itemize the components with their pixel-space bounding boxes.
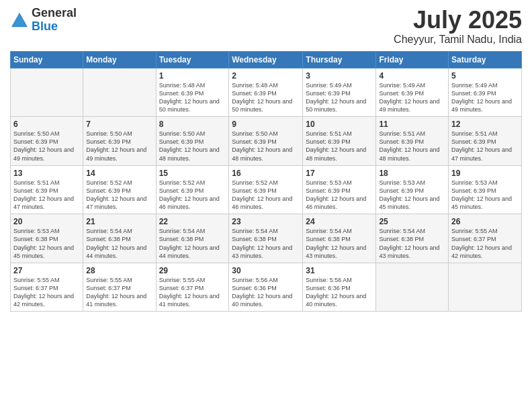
- calendar-cell: 8Sunrise: 5:50 AM Sunset: 6:39 PM Daylig…: [156, 117, 229, 166]
- day-info: Sunrise: 5:49 AM Sunset: 6:39 PM Dayligh…: [379, 81, 445, 114]
- calendar-cell: 23Sunrise: 5:54 AM Sunset: 6:38 PM Dayli…: [229, 214, 303, 263]
- calendar-cell: 15Sunrise: 5:52 AM Sunset: 6:39 PM Dayli…: [156, 165, 229, 214]
- calendar-cell: 10Sunrise: 5:51 AM Sunset: 6:39 PM Dayli…: [303, 117, 376, 166]
- day-info: Sunrise: 5:56 AM Sunset: 6:36 PM Dayligh…: [232, 276, 300, 309]
- day-info: Sunrise: 5:55 AM Sunset: 6:37 PM Dayligh…: [159, 276, 226, 309]
- month-title: July 2025: [394, 7, 522, 34]
- calendar-week-row: 6Sunrise: 5:50 AM Sunset: 6:39 PM Daylig…: [11, 117, 522, 166]
- calendar-cell: 14Sunrise: 5:52 AM Sunset: 6:39 PM Dayli…: [83, 165, 156, 214]
- day-number: 25: [379, 217, 445, 226]
- day-info: Sunrise: 5:51 AM Sunset: 6:39 PM Dayligh…: [306, 130, 373, 163]
- day-number: 23: [232, 217, 300, 226]
- calendar-cell: 7Sunrise: 5:50 AM Sunset: 6:39 PM Daylig…: [83, 117, 156, 166]
- day-info: Sunrise: 5:52 AM Sunset: 6:39 PM Dayligh…: [232, 179, 300, 212]
- day-number: 8: [159, 120, 226, 129]
- day-number: 21: [86, 217, 152, 226]
- calendar-cell: 2Sunrise: 5:48 AM Sunset: 6:39 PM Daylig…: [229, 68, 303, 117]
- day-info: Sunrise: 5:55 AM Sunset: 6:37 PM Dayligh…: [13, 276, 80, 309]
- day-number: 24: [306, 217, 373, 226]
- day-number: 7: [86, 120, 152, 129]
- calendar-cell: 1Sunrise: 5:48 AM Sunset: 6:39 PM Daylig…: [156, 68, 229, 117]
- day-info: Sunrise: 5:54 AM Sunset: 6:38 PM Dayligh…: [379, 227, 445, 260]
- day-info: Sunrise: 5:55 AM Sunset: 6:37 PM Dayligh…: [451, 227, 519, 260]
- day-info: Sunrise: 5:53 AM Sunset: 6:39 PM Dayligh…: [451, 179, 519, 212]
- day-number: 9: [232, 120, 300, 129]
- calendar-cell: [11, 68, 83, 117]
- day-info: Sunrise: 5:51 AM Sunset: 6:39 PM Dayligh…: [451, 130, 519, 163]
- calendar-cell: 12Sunrise: 5:51 AM Sunset: 6:39 PM Dayli…: [449, 117, 522, 166]
- day-number: 15: [159, 169, 226, 178]
- calendar-week-row: 27Sunrise: 5:55 AM Sunset: 6:37 PM Dayli…: [11, 263, 522, 312]
- day-info: Sunrise: 5:54 AM Sunset: 6:38 PM Dayligh…: [86, 227, 152, 260]
- day-info: Sunrise: 5:56 AM Sunset: 6:36 PM Dayligh…: [306, 276, 373, 309]
- day-info: Sunrise: 5:50 AM Sunset: 6:39 PM Dayligh…: [13, 130, 80, 163]
- day-number: 4: [379, 71, 445, 81]
- day-number: 19: [451, 169, 519, 178]
- day-info: Sunrise: 5:50 AM Sunset: 6:39 PM Dayligh…: [232, 130, 300, 163]
- calendar-week-row: 1Sunrise: 5:48 AM Sunset: 6:39 PM Daylig…: [11, 68, 522, 117]
- day-number: 26: [451, 217, 519, 226]
- day-info: Sunrise: 5:54 AM Sunset: 6:38 PM Dayligh…: [306, 227, 373, 260]
- logo-text: General Blue: [32, 7, 77, 34]
- calendar-cell: [376, 263, 449, 312]
- title-block: July 2025 Cheyyur, Tamil Nadu, India: [394, 7, 522, 46]
- calendar-cell: 13Sunrise: 5:51 AM Sunset: 6:39 PM Dayli…: [11, 165, 83, 214]
- day-number: 1: [159, 71, 226, 81]
- calendar-header-thursday: Thursday: [303, 51, 376, 68]
- calendar-cell: 27Sunrise: 5:55 AM Sunset: 6:37 PM Dayli…: [11, 263, 83, 312]
- calendar-header-saturday: Saturday: [449, 51, 522, 68]
- calendar-cell: 9Sunrise: 5:50 AM Sunset: 6:39 PM Daylig…: [229, 117, 303, 166]
- calendar-cell: 30Sunrise: 5:56 AM Sunset: 6:36 PM Dayli…: [229, 263, 303, 312]
- day-info: Sunrise: 5:52 AM Sunset: 6:39 PM Dayligh…: [86, 179, 152, 212]
- calendar-cell: 22Sunrise: 5:54 AM Sunset: 6:38 PM Dayli…: [156, 214, 229, 263]
- day-number: 16: [232, 169, 300, 178]
- calendar-cell: 16Sunrise: 5:52 AM Sunset: 6:39 PM Dayli…: [229, 165, 303, 214]
- day-info: Sunrise: 5:52 AM Sunset: 6:39 PM Dayligh…: [159, 179, 226, 212]
- day-info: Sunrise: 5:51 AM Sunset: 6:39 PM Dayligh…: [379, 130, 445, 163]
- day-number: 3: [306, 71, 373, 81]
- calendar-header-tuesday: Tuesday: [156, 51, 229, 68]
- day-number: 22: [159, 217, 226, 226]
- day-number: 12: [451, 120, 519, 129]
- calendar-header-monday: Monday: [83, 51, 156, 68]
- calendar-cell: 21Sunrise: 5:54 AM Sunset: 6:38 PM Dayli…: [83, 214, 156, 263]
- day-number: 2: [232, 71, 300, 81]
- calendar-cell: 31Sunrise: 5:56 AM Sunset: 6:36 PM Dayli…: [303, 263, 376, 312]
- day-number: 31: [306, 266, 373, 275]
- day-info: Sunrise: 5:54 AM Sunset: 6:38 PM Dayligh…: [159, 227, 226, 260]
- logo-blue-text: Blue: [32, 20, 77, 34]
- calendar-cell: 29Sunrise: 5:55 AM Sunset: 6:37 PM Dayli…: [156, 263, 229, 312]
- day-number: 6: [13, 120, 80, 129]
- day-number: 28: [86, 266, 152, 275]
- calendar-cell: [449, 263, 522, 312]
- day-info: Sunrise: 5:48 AM Sunset: 6:39 PM Dayligh…: [159, 81, 226, 114]
- calendar-cell: 19Sunrise: 5:53 AM Sunset: 6:39 PM Dayli…: [449, 165, 522, 214]
- header: General Blue July 2025 Cheyyur, Tamil Na…: [10, 7, 522, 46]
- day-number: 27: [13, 266, 80, 275]
- calendar-cell: 25Sunrise: 5:54 AM Sunset: 6:38 PM Dayli…: [376, 214, 449, 263]
- day-info: Sunrise: 5:49 AM Sunset: 6:39 PM Dayligh…: [306, 81, 373, 114]
- day-info: Sunrise: 5:49 AM Sunset: 6:39 PM Dayligh…: [451, 81, 519, 114]
- calendar-header-sunday: Sunday: [11, 51, 83, 68]
- calendar-cell: 18Sunrise: 5:53 AM Sunset: 6:39 PM Dayli…: [376, 165, 449, 214]
- logo-general-text: General: [32, 7, 77, 20]
- calendar-cell: 11Sunrise: 5:51 AM Sunset: 6:39 PM Dayli…: [376, 117, 449, 166]
- day-info: Sunrise: 5:53 AM Sunset: 6:38 PM Dayligh…: [13, 227, 80, 260]
- day-number: 13: [13, 169, 80, 178]
- day-info: Sunrise: 5:51 AM Sunset: 6:39 PM Dayligh…: [13, 179, 80, 212]
- logo: General Blue: [10, 7, 77, 34]
- calendar-week-row: 13Sunrise: 5:51 AM Sunset: 6:39 PM Dayli…: [11, 165, 522, 214]
- calendar-cell: 4Sunrise: 5:49 AM Sunset: 6:39 PM Daylig…: [376, 68, 449, 117]
- calendar-week-row: 20Sunrise: 5:53 AM Sunset: 6:38 PM Dayli…: [11, 214, 522, 263]
- day-info: Sunrise: 5:48 AM Sunset: 6:39 PM Dayligh…: [232, 81, 300, 114]
- day-number: 10: [306, 120, 373, 129]
- day-number: 5: [451, 71, 519, 81]
- calendar-table: SundayMondayTuesdayWednesdayThursdayFrid…: [10, 51, 522, 312]
- day-number: 29: [159, 266, 226, 275]
- calendar-cell: 6Sunrise: 5:50 AM Sunset: 6:39 PM Daylig…: [11, 117, 83, 166]
- calendar-cell: 20Sunrise: 5:53 AM Sunset: 6:38 PM Dayli…: [11, 214, 83, 263]
- day-info: Sunrise: 5:50 AM Sunset: 6:39 PM Dayligh…: [159, 130, 226, 163]
- day-number: 20: [13, 217, 80, 226]
- day-info: Sunrise: 5:53 AM Sunset: 6:39 PM Dayligh…: [306, 179, 373, 212]
- page: General Blue July 2025 Cheyyur, Tamil Na…: [0, 0, 532, 411]
